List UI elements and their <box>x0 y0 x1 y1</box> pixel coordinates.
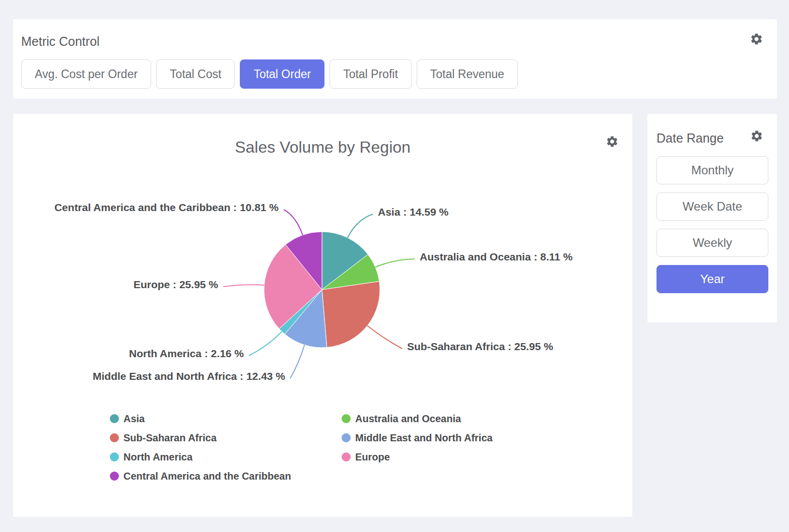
legend-label: Asia <box>123 413 145 425</box>
metric-control-panel: Metric Control Avg. Cost per Order Total… <box>13 19 777 99</box>
metric-button-total-cost[interactable]: Total Cost <box>156 59 235 89</box>
legend-label: Central America and the Caribbean <box>123 471 291 482</box>
pie-label-line-middle-east-and-north-africa <box>290 345 304 378</box>
legend-label: Europe <box>355 451 390 463</box>
legend-color-dot <box>110 472 119 481</box>
pie-slice-label-asia: Asia : 14.59 % <box>378 206 448 218</box>
legend-item-sub-saharan-africa[interactable]: Sub-Saharan Africa <box>110 432 342 443</box>
legend-item-asia[interactable]: Asia <box>110 413 342 424</box>
legend-label: Middle East and North Africa <box>355 432 493 444</box>
pie-label-line-australia-and-oceania <box>375 259 415 267</box>
metric-button-total-order[interactable]: Total Order <box>240 59 324 89</box>
date-range-button-week-date[interactable]: Week Date <box>656 192 768 221</box>
legend-color-dot <box>342 433 351 442</box>
legend-label: Australia and Oceania <box>355 413 461 425</box>
legend-color-dot <box>110 433 119 442</box>
pie-label-line-asia <box>348 214 373 238</box>
legend-label: North America <box>123 451 192 463</box>
legend-item-europe[interactable]: Europe <box>342 451 493 462</box>
gear-icon[interactable] <box>750 32 763 46</box>
pie-slice-label-sub-saharan-africa: Sub-Saharan Africa : 25.95 % <box>407 341 553 352</box>
metric-control-title: Metric Control <box>21 34 100 49</box>
pie-slice-label-central-america-and-the-caribbean: Central America and the Caribbean : 10.8… <box>54 202 279 213</box>
date-range-panel: Date Range Monthly Week Date Weekly Year <box>647 114 777 322</box>
gear-icon[interactable] <box>750 129 763 143</box>
legend-color-dot <box>342 414 351 423</box>
pie-label-line-europe <box>223 285 264 287</box>
date-range-button-weekly[interactable]: Weekly <box>656 229 768 257</box>
chart-legend: AsiaAustralia and OceaniaSub-Saharan Afr… <box>110 413 493 482</box>
legend-item-middle-east-and-north-africa[interactable]: Middle East and North Africa <box>342 432 493 443</box>
legend-label: Sub-Saharan Africa <box>123 432 217 444</box>
pie-label-line-north-america <box>249 331 282 356</box>
legend-color-dot <box>110 414 119 423</box>
legend-color-dot <box>342 452 351 461</box>
date-range-button-column: Monthly Week Date Weekly Year <box>656 156 768 293</box>
legend-item-north-america[interactable]: North America <box>110 451 342 462</box>
pie-slice-sub-saharan-africa[interactable] <box>322 281 380 347</box>
metric-button-total-revenue[interactable]: Total Revenue <box>417 59 518 89</box>
pie-slice-label-europe: Europe : 25.95 % <box>134 279 218 290</box>
legend-color-dot <box>110 452 119 461</box>
metric-button-total-profit[interactable]: Total Profit <box>330 59 412 89</box>
date-range-button-year[interactable]: Year <box>656 265 768 293</box>
metric-button-avg-cost-per-order[interactable]: Avg. Cost per Order <box>21 59 151 89</box>
pie-label-line-central-america-and-the-caribbean <box>284 210 303 235</box>
metric-button-row: Avg. Cost per Order Total Cost Total Ord… <box>21 59 518 89</box>
pie-slice-label-middle-east-and-north-africa: Middle East and North Africa : 12.43 % <box>93 370 285 382</box>
date-range-title: Date Range <box>656 131 724 146</box>
pie-slice-label-north-america: North America : 2.16 % <box>129 348 244 359</box>
pie-slice-label-australia-and-oceania: Australia and Oceania : 8.11 % <box>420 251 573 262</box>
date-range-button-monthly[interactable]: Monthly <box>656 156 768 184</box>
legend-item-australia-and-oceania[interactable]: Australia and Oceania <box>342 413 493 424</box>
legend-item-central-america-and-the-caribbean[interactable]: Central America and the Caribbean <box>110 471 342 482</box>
pie-label-line-sub-saharan-africa <box>367 325 402 349</box>
sales-volume-chart-panel: Sales Volume by Region Asia : 14.59 %Aus… <box>13 114 632 517</box>
